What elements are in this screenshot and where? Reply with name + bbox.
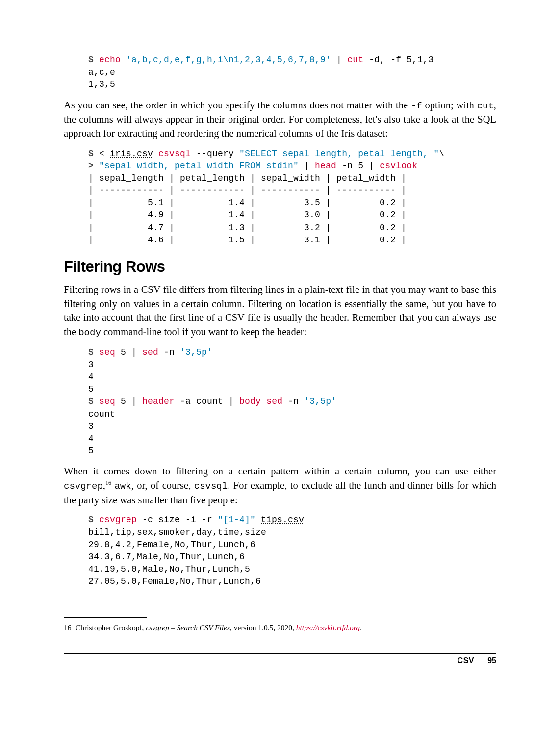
code-block-seq-sed: $ seq 5 | sed -n '3,5p' 3 4 5 $ seq 5 | … (88, 346, 496, 458)
table-header: | sepal_length | petal_length | sepal_wi… (88, 173, 407, 183)
cmd-sed: sed (142, 347, 158, 357)
pipe: | (299, 161, 315, 171)
cmd-head: head (315, 161, 336, 171)
output-line: 4 (88, 434, 94, 444)
string: "[1-4]" (218, 515, 255, 525)
page-footer-rule (64, 653, 496, 654)
cmd-csvlook: csvlook (380, 161, 417, 171)
string: '3,5p' (180, 347, 212, 357)
prompt: $ (88, 149, 99, 158)
args: -n 5 | (336, 161, 380, 171)
output-line: 5 (88, 384, 94, 394)
cmd-seq: seq (99, 347, 115, 357)
inline-code: -f (411, 101, 422, 111)
table-row: | 4.9 | 1.4 | 3.0 | 0.2 | (88, 210, 407, 220)
string: '3,5p' (304, 396, 336, 406)
output-line: 27.05,5.0,Female,No,Thur,Lunch,6 (88, 577, 261, 586)
cmd-body: body (239, 396, 261, 406)
footnote-ref: 16 (105, 479, 111, 486)
footnote-meta: , version 1.0.5, 2020, (230, 623, 296, 631)
inline-code: cut (477, 101, 494, 111)
heading-filtering-rows: Filtering Rows (64, 258, 496, 276)
cmd-csvgrep: csvgrep (99, 515, 137, 525)
output-line: 3 (88, 421, 94, 431)
page-number: 95 (487, 657, 496, 665)
cmd-header: header (142, 396, 175, 406)
cmd-csvsql: csvsql (158, 149, 191, 158)
file-iris: iris.csv (110, 149, 153, 158)
footnote-rule (64, 617, 147, 618)
paragraph-cut-order: As you can see, the order in which you s… (64, 98, 496, 141)
args: -c size -i -r (137, 515, 218, 525)
code-block-csvgrep: $ csvgrep -c size -i -r "[1-4]" tips.csv… (88, 514, 496, 588)
footnote-link[interactable]: https://csvkit.rtfd.org (296, 623, 360, 631)
string: "sepal_width, petal_width FROM stdin" (99, 161, 299, 171)
output-line: count (88, 409, 115, 419)
footnote-number: 16 (64, 622, 76, 633)
backslash: \ (439, 149, 444, 158)
file-tips: tips.csv (261, 515, 304, 525)
page: $ echo 'a,b,c,d,e,f,g,h,i\n1,2,3,4,5,6,7… (0, 0, 560, 736)
redir: < (99, 149, 110, 158)
output-line: 29.8,4.2,Female,No,Thur,Lunch,6 (88, 540, 255, 550)
output-line: 34.3,6.7,Male,No,Thur,Lunch,6 (88, 552, 245, 562)
code-block-cut: $ echo 'a,b,c,d,e,f,g,h,i\n1,2,3,4,5,6,7… (88, 54, 496, 91)
inline-code: body (78, 327, 101, 338)
paragraph-filtering-intro: Filtering rows in a CSV file differs fro… (64, 283, 496, 340)
table-row: | 4.6 | 1.5 | 3.1 | 0.2 | (88, 235, 407, 245)
paragraph-csvgrep: When it comes down to filtering on a cer… (64, 464, 496, 507)
inline-code: awk (114, 481, 131, 492)
cmd-sed: sed (266, 396, 282, 406)
string: 'a,b,c,d,e,f,g,h,i\n1,2,3,4,5,6,7,8,9' (126, 55, 331, 65)
args: --query (191, 149, 239, 158)
output-line: 1,3,5 (88, 79, 115, 89)
table-row: | 5.1 | 1.4 | 3.5 | 0.2 | (88, 198, 407, 208)
page-footer: CSV|95 (64, 657, 496, 665)
table-rule: | ------------ | ------------ | --------… (88, 185, 407, 195)
output-line: bill,tip,sex,smoker,day,time,size (88, 527, 266, 537)
output-line: 4 (88, 372, 94, 382)
cmd-echo: echo (99, 55, 126, 65)
args: -d, -f 5,1,3 (363, 55, 433, 65)
footnote-author: Christopher Groskopf, (76, 623, 146, 631)
string: "SELECT sepal_length, petal_length, " (239, 149, 439, 158)
footnote-title: csvgrep – Search CSV Files (146, 623, 230, 631)
prompt: $ (88, 347, 99, 357)
inline-code: csvgrep (64, 481, 103, 492)
output-line: 41.19,5.0,Male,No,Thur,Lunch,5 (88, 564, 250, 574)
chapter-label: CSV (458, 657, 474, 665)
output-line: a,c,e (88, 67, 115, 77)
output-line: 3 (88, 360, 94, 369)
footer-separator: | (474, 657, 487, 665)
prompt: $ (88, 396, 99, 406)
cmd-cut: cut (347, 55, 363, 65)
prompt-cont: > (88, 161, 99, 171)
code-block-csvsql: $ < iris.csv csvsql --query "SELECT sepa… (88, 148, 496, 247)
prompt: $ (88, 515, 99, 525)
pipe: | (331, 55, 347, 65)
table-row: | 4.7 | 1.3 | 3.2 | 0.2 | (88, 223, 407, 233)
prompt: $ (88, 55, 99, 65)
footnote-16: 16Christopher Groskopf, csvgrep – Search… (64, 622, 496, 633)
output-line: 5 (88, 446, 94, 456)
cmd-seq: seq (99, 396, 115, 406)
inline-code: csvsql (194, 481, 228, 492)
